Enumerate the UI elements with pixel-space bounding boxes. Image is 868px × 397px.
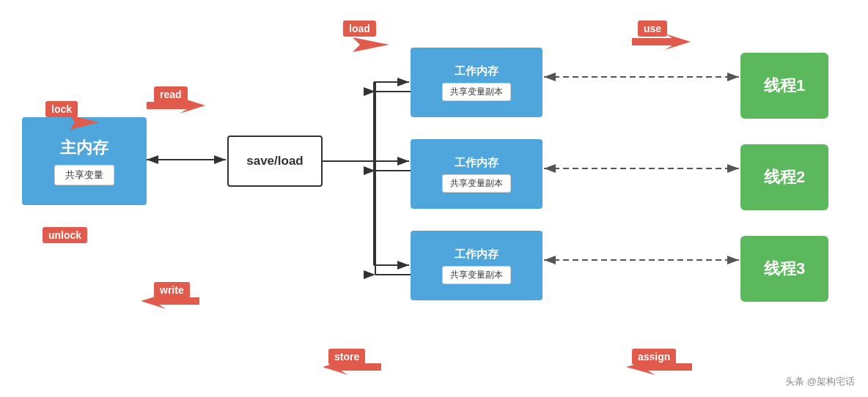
work-memory-2-title: 工作内存	[455, 156, 499, 170]
work-memory-1: 工作内存 共享变量副本	[411, 48, 542, 117]
work-memory-1-sub: 共享变量副本	[442, 83, 511, 101]
work-memory-3-sub: 共享变量副本	[442, 266, 511, 284]
thread-1-label: 线程1	[764, 75, 805, 97]
svg-marker-26	[353, 37, 389, 52]
work-memory-2-sub: 共享变量副本	[442, 174, 511, 193]
thread-box-1: 线程1	[740, 53, 828, 119]
svg-marker-28	[632, 34, 691, 50]
thread-box-3: 线程3	[740, 236, 828, 302]
unlock-label: unlock	[43, 227, 87, 243]
store-arrow-icon	[323, 359, 381, 375]
thread-2-label: 线程2	[764, 166, 805, 188]
thread-3-label: 线程3	[764, 258, 805, 280]
save-load-label: save/load	[246, 154, 304, 168]
svg-marker-24	[147, 97, 205, 114]
work-memory-1-title: 工作内存	[455, 64, 499, 78]
assign-arrow-icon	[626, 359, 692, 375]
work-memory-3-title: 工作内存	[455, 248, 499, 261]
save-load-box: save/load	[227, 136, 323, 187]
read-arrow-icon	[147, 97, 205, 114]
svg-marker-23	[70, 115, 99, 130]
load-arrow-icon	[349, 34, 393, 56]
svg-marker-27	[323, 359, 381, 375]
shared-var-box: 共享变量	[54, 165, 114, 185]
main-memory-label: 主内存	[60, 137, 108, 159]
svg-marker-25	[141, 293, 199, 309]
use-arrow-icon	[632, 34, 691, 50]
thread-box-2: 线程2	[740, 144, 828, 210]
write-arrow-icon	[141, 293, 199, 309]
watermark: 头条 @架构宅话	[785, 375, 855, 388]
work-memory-2: 工作内存 共享变量副本	[411, 139, 542, 209]
svg-marker-29	[626, 359, 692, 375]
work-memory-3: 工作内存 共享变量副本	[411, 231, 542, 300]
diagram-container: 主内存 共享变量 save/load 工作内存 共享变量副本 工作内存 共享变量…	[0, 0, 868, 397]
lock-arrow-icon	[66, 111, 103, 133]
